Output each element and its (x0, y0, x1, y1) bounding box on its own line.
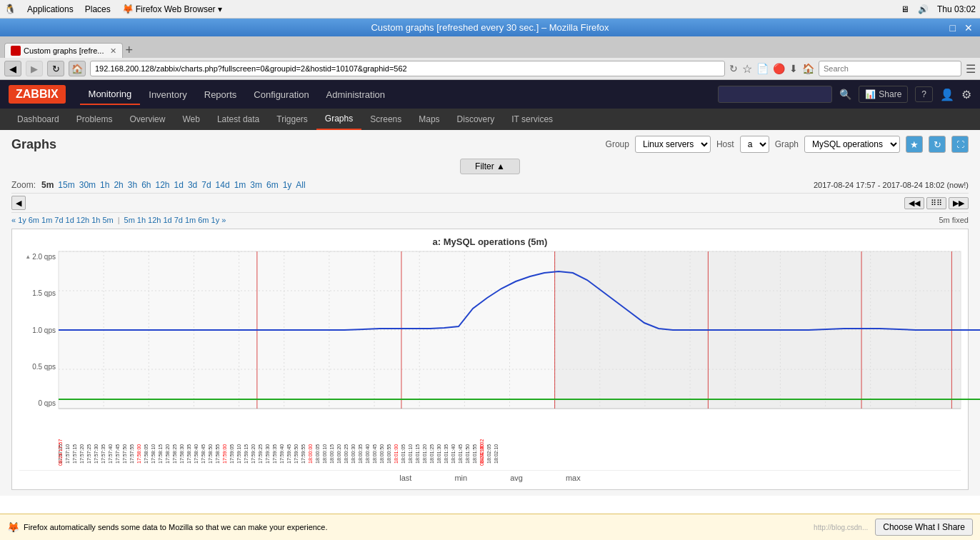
subnav-dashboard[interactable]: Dashboard (9, 109, 68, 130)
nav-dbl-left[interactable]: « (11, 216, 16, 224)
svg-text:18:01:00: 18:01:00 (394, 444, 399, 464)
help-button[interactable]: ? (915, 86, 933, 102)
forward-button[interactable]: ▶ (26, 61, 43, 76)
home-nav-icon[interactable]: 🏠 (802, 63, 814, 74)
zoom-12h[interactable]: 12h (155, 180, 169, 190)
subnav-latest-data[interactable]: Latest data (209, 109, 268, 130)
subnav-overview[interactable]: Overview (121, 109, 174, 130)
zoom-in-button[interactable]: ▶▶ (949, 197, 969, 209)
zoom-1y[interactable]: 1y (283, 180, 292, 190)
nav-monitoring[interactable]: Monitoring (80, 84, 141, 105)
favorite-button[interactable]: ★ (906, 136, 923, 153)
host-label: Host (716, 139, 734, 149)
nav-7d-left[interactable]: 7d (54, 216, 63, 224)
share-button[interactable]: 📊 Share (859, 86, 908, 103)
nav-1d-left[interactable]: 1d (66, 216, 74, 224)
fullscreen-button[interactable]: ⛶ (951, 136, 969, 153)
nav-1m-right[interactable]: 1m (185, 216, 196, 224)
graph-area[interactable]: ▲2.0 qps 1.5 qps 1.0 qps 0.5 qps 0 qps (19, 251, 961, 467)
filter-button[interactable]: Filter ▲ (460, 159, 520, 174)
zoom-2h[interactable]: 2h (114, 180, 123, 190)
subnav-web[interactable]: Web (174, 109, 208, 130)
close-btn[interactable]: ✕ (964, 22, 973, 34)
subnav-problems[interactable]: Problems (68, 109, 121, 130)
settings-button[interactable]: ⚙ (961, 88, 971, 101)
svg-text:17:57:35: 17:57:35 (101, 444, 106, 464)
nav-dbl-right[interactable]: » (221, 216, 226, 224)
nav-6m-right[interactable]: 6m (198, 216, 209, 224)
address-reload-icon[interactable]: ↻ (729, 63, 738, 74)
group-select[interactable]: Linux servers (635, 136, 711, 153)
zabbix-search-input[interactable] (718, 86, 832, 103)
nav-6m-left[interactable]: 6m (29, 216, 39, 224)
svg-text:17:58:05: 17:58:05 (144, 444, 149, 464)
svg-text:18:00:05: 18:00:05 (315, 444, 320, 464)
nav-5m-left[interactable]: 5m (102, 216, 113, 224)
zoom-6h[interactable]: 6h (141, 180, 151, 190)
nav-1h-right[interactable]: 1h (137, 216, 146, 224)
active-tab[interactable]: Custom graphs [refre... ✕ (4, 43, 123, 58)
zoom-7d[interactable]: 7d (201, 180, 211, 190)
zoom-15m[interactable]: 15m (58, 180, 74, 190)
subnav-it-services[interactable]: IT services (503, 109, 561, 130)
applications-menu[interactable]: Applications (21, 3, 79, 16)
download-icon[interactable]: ⬇ (789, 63, 798, 74)
zoom-30m[interactable]: 30m (79, 180, 96, 190)
nav-1h-left[interactable]: 1h (91, 216, 100, 224)
bookmark-icon[interactable]: ☆ (742, 62, 752, 76)
zoom-1m[interactable]: 1m (234, 180, 246, 190)
browser-menu[interactable]: 🦊 Firefox Web Browser ▾ (116, 2, 228, 16)
address-input[interactable] (90, 61, 725, 76)
pocket-icon[interactable]: 🔴 (773, 63, 785, 74)
graph-select[interactable]: MySQL operations (804, 136, 900, 153)
zoom-3h[interactable]: 3h (128, 180, 137, 190)
nav-5m-right[interactable]: 5m (124, 216, 135, 224)
new-tab-button[interactable]: + (126, 43, 134, 58)
nav-configuration[interactable]: Configuration (245, 85, 317, 104)
zoom-1d[interactable]: 1d (174, 180, 184, 190)
subnav-discovery[interactable]: Discovery (449, 109, 504, 130)
nav-12h-right[interactable]: 12h (148, 216, 161, 224)
tab-close-icon[interactable]: ✕ (110, 46, 116, 56)
zoom-out-button[interactable]: ◀◀ (904, 197, 924, 209)
search-icon[interactable]: 🔍 (839, 89, 851, 100)
zoom-6m[interactable]: 6m (266, 180, 279, 190)
reload-button[interactable]: ↻ (47, 61, 64, 76)
zoom-14d[interactable]: 14d (216, 180, 230, 190)
nav-inventory[interactable]: Inventory (140, 85, 195, 104)
nav-1m-left[interactable]: 1m (41, 216, 52, 224)
chart-svg[interactable] (59, 251, 961, 409)
firefox-icon: 🦊 (7, 521, 19, 533)
subnav-graphs[interactable]: Graphs (316, 109, 361, 130)
prev-period-button[interactable]: ◀ (11, 196, 26, 210)
maximize-btn[interactable]: □ (950, 22, 956, 34)
nav-12h-left[interactable]: 12h (76, 216, 89, 224)
reader-icon[interactable]: 📄 (756, 63, 769, 74)
hamburger-menu-icon[interactable]: ☰ (966, 62, 976, 76)
search-input[interactable] (819, 61, 961, 76)
zabbix-logo[interactable]: ZABBIX (9, 85, 66, 104)
subnav-triggers[interactable]: Triggers (268, 109, 316, 130)
zoom-all[interactable]: All (296, 180, 305, 190)
back-button[interactable]: ◀ (4, 61, 21, 76)
places-menu[interactable]: Places (79, 3, 116, 16)
nav-administration[interactable]: Administration (318, 85, 394, 104)
detail-nav-separator: | (118, 216, 120, 224)
home-button[interactable]: 🏠 (69, 61, 86, 76)
zoom-step-button[interactable]: ⠿⠿ (926, 197, 946, 209)
zoom-3m[interactable]: 3m (250, 180, 262, 190)
nav-7d-right[interactable]: 7d (174, 216, 183, 224)
subnav-screens[interactable]: Screens (361, 109, 410, 130)
user-button[interactable]: 👤 (940, 88, 954, 101)
subnav-maps[interactable]: Maps (410, 109, 448, 130)
zoom-3d[interactable]: 3d (188, 180, 197, 190)
nav-1d-right[interactable]: 1d (163, 216, 171, 224)
nav-reports[interactable]: Reports (196, 85, 246, 104)
choose-share-button[interactable]: Choose What I Share (875, 519, 973, 536)
nav-1y-left[interactable]: 1y (18, 216, 26, 224)
host-select[interactable]: a (740, 136, 769, 153)
nav-1y-right[interactable]: 1y (211, 216, 220, 224)
refresh-button[interactable]: ↻ (929, 136, 946, 153)
zoom-1h[interactable]: 1h (100, 180, 109, 190)
zoom-5m[interactable]: 5m (41, 180, 54, 190)
